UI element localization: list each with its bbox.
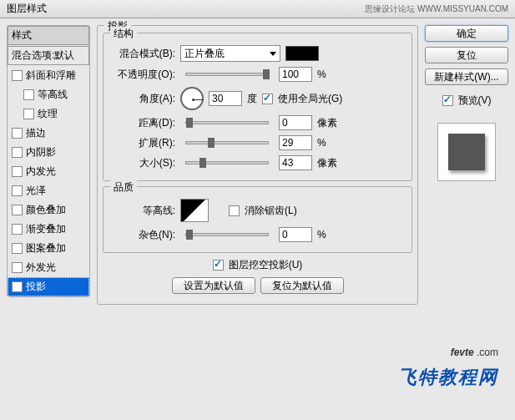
style-item-7[interactable]: 颜色叠加: [8, 200, 89, 220]
noise-row: 杂色(N): 0 %: [109, 227, 406, 242]
style-label: 投影: [26, 280, 46, 294]
style-checkbox[interactable]: [12, 262, 23, 273]
style-item-9[interactable]: 图案叠加: [8, 239, 89, 258]
structure-fieldset: 结构 混合模式(B): 正片叠底 不透明度(O): 100 % 角: [103, 33, 412, 181]
style-checkbox[interactable]: [12, 185, 23, 196]
noise-input[interactable]: 0: [279, 227, 312, 242]
style-label: 渐变叠加: [26, 222, 66, 236]
style-checkbox[interactable]: [12, 205, 23, 215]
knockout-row: 图层挖空投影(U): [103, 258, 412, 272]
quality-label: 品质: [110, 180, 137, 195]
styles-header[interactable]: 样式: [8, 26, 89, 45]
chevron-down-icon: [270, 52, 276, 56]
reset-default-button[interactable]: 复位为默认值: [260, 277, 344, 294]
watermark-text: 思缘设计论坛 WWW.MISSYUAN.COM: [365, 3, 508, 15]
blend-mode-select[interactable]: 正片叠底: [180, 45, 280, 62]
style-item-5[interactable]: 内发光: [8, 162, 89, 181]
watermark-logo: fevte .com: [451, 335, 498, 362]
preview-swatch: [448, 134, 485, 170]
distance-slider[interactable]: [185, 121, 269, 124]
style-item-10[interactable]: 外发光: [8, 258, 89, 277]
cancel-button[interactable]: 复位: [425, 47, 508, 63]
blend-mode-value: 正片叠底: [184, 47, 225, 61]
style-label: 光泽: [26, 184, 46, 198]
style-item-0[interactable]: 斜面和浮雕: [8, 66, 89, 85]
style-checkbox[interactable]: [12, 166, 23, 177]
color-swatch[interactable]: [285, 46, 319, 61]
angle-dial[interactable]: [180, 87, 204, 110]
size-input[interactable]: 43: [279, 155, 312, 170]
distance-label: 距离(D):: [109, 116, 175, 130]
contour-label: 等高线:: [109, 204, 175, 218]
style-checkbox[interactable]: [12, 70, 23, 81]
style-checkbox[interactable]: [12, 128, 23, 139]
style-label: 等高线: [38, 88, 68, 102]
style-checkbox[interactable]: [12, 281, 23, 292]
quality-fieldset: 品质 等高线: 消除锯齿(L) 杂色(N): 0 %: [103, 186, 412, 253]
degree-label: 度: [247, 92, 257, 106]
spread-input[interactable]: 29: [279, 135, 312, 150]
style-item-8[interactable]: 渐变叠加: [8, 220, 89, 239]
size-label: 大小(S):: [109, 156, 175, 170]
style-item-2[interactable]: 纹理: [8, 104, 89, 124]
titlebar: 图层样式 思缘设计论坛 WWW.MISSYUAN.COM: [0, 0, 515, 18]
new-style-button[interactable]: 新建样式(W)...: [425, 68, 508, 85]
px-label-2: 像素: [317, 156, 337, 170]
preview-checkbox[interactable]: [442, 95, 453, 106]
blend-options-header[interactable]: 混合选项:默认: [8, 46, 89, 65]
style-checkbox[interactable]: [12, 224, 23, 235]
make-default-button[interactable]: 设置为默认值: [172, 277, 255, 294]
style-label: 斜面和浮雕: [26, 68, 76, 83]
watermark-cn: 飞特教程网: [398, 365, 498, 390]
noise-slider[interactable]: [185, 233, 269, 236]
center-panel: 投影 结构 混合模式(B): 正片叠底 不透明度(O): 100 %: [97, 25, 418, 310]
percent-label-2: %: [317, 137, 326, 149]
dialog-content: 样式 混合选项:默认 斜面和浮雕等高线纹理描边内阴影内发光光泽颜色叠加渐变叠加图…: [0, 18, 515, 316]
opacity-slider[interactable]: [185, 73, 269, 76]
opacity-label: 不透明度(O):: [109, 68, 175, 82]
preview-box: [437, 123, 496, 181]
style-item-3[interactable]: 描边: [8, 124, 89, 143]
spread-slider[interactable]: [185, 141, 269, 144]
knockout-label: 图层挖空投影(U): [229, 258, 303, 272]
style-item-4[interactable]: 内阴影: [8, 143, 89, 162]
preview-label: 预览(V): [458, 94, 492, 108]
percent-label: %: [317, 68, 326, 80]
opacity-row: 不透明度(O): 100 %: [109, 67, 406, 82]
px-label-1: 像素: [317, 116, 337, 130]
style-label: 纹理: [38, 107, 58, 121]
style-item-11[interactable]: 投影: [8, 277, 89, 296]
antialias-label: 消除锯齿(L): [245, 204, 297, 218]
global-light-label: 使用全局光(G): [278, 92, 342, 106]
structure-label: 结构: [110, 27, 137, 41]
global-light-checkbox[interactable]: [262, 94, 273, 104]
style-checkbox[interactable]: [23, 109, 34, 119]
blend-mode-label: 混合模式(B):: [109, 47, 175, 61]
style-checkbox[interactable]: [12, 243, 23, 254]
angle-input[interactable]: 30: [209, 91, 242, 106]
window-title: 图层样式: [7, 2, 47, 16]
style-checkbox[interactable]: [23, 89, 34, 100]
style-checkbox[interactable]: [12, 147, 23, 158]
style-label: 描边: [26, 126, 46, 140]
style-label: 颜色叠加: [26, 203, 66, 217]
size-slider[interactable]: [185, 161, 269, 164]
style-list-panel: 样式 混合选项:默认 斜面和浮雕等高线纹理描边内阴影内发光光泽颜色叠加渐变叠加图…: [7, 25, 90, 310]
style-item-1[interactable]: 等高线: [8, 85, 89, 104]
style-label: 外发光: [26, 261, 56, 275]
knockout-checkbox[interactable]: [213, 260, 224, 271]
antialias-checkbox[interactable]: [229, 205, 240, 216]
ok-button[interactable]: 确定: [425, 25, 508, 42]
contour-picker[interactable]: [180, 199, 209, 222]
distance-input[interactable]: 0: [279, 115, 312, 130]
size-row: 大小(S): 43 像素: [109, 155, 406, 170]
styles-fieldset: 样式 混合选项:默认 斜面和浮雕等高线纹理描边内阴影内发光光泽颜色叠加渐变叠加图…: [7, 25, 90, 297]
preview-row: 预览(V): [425, 94, 508, 108]
style-label: 图案叠加: [26, 241, 66, 256]
contour-row: 等高线: 消除锯齿(L): [109, 199, 406, 222]
style-item-6[interactable]: 光泽: [8, 181, 89, 200]
opacity-input[interactable]: 100: [279, 67, 312, 82]
defaults-row: 设置为默认值 复位为默认值: [103, 277, 412, 294]
style-label: 内发光: [26, 164, 56, 179]
spread-label: 扩展(R):: [109, 136, 175, 150]
